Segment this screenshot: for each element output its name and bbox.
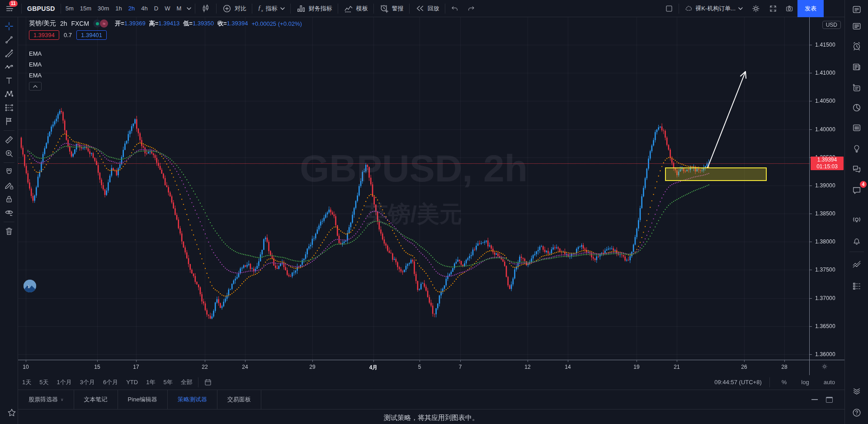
range-5天[interactable]: 5天 [35,378,52,386]
sidebar-details-button[interactable] [849,279,864,293]
fib-tool-button[interactable] [1,47,17,60]
range-6个月[interactable]: 6个月 [99,378,122,386]
tab-文本笔记[interactable]: 文本笔记 [74,390,118,409]
text-tool-button[interactable] [1,74,17,87]
sidebar-private-chat-button[interactable]: 4 [849,183,864,197]
range-5年[interactable]: 5年 [159,378,176,386]
publish-button[interactable]: 发表 [797,0,824,17]
remove-drawings-button[interactable] [1,224,17,238]
timeframe-1h[interactable]: 1h [112,0,125,17]
market-status-toggle[interactable]: ≈ [93,19,108,28]
exchange-label[interactable]: FXCM [71,20,89,27]
axis-settings-icon[interactable] [821,362,829,371]
range-3个月[interactable]: 3个月 [76,378,99,386]
pattern-tool-button[interactable] [1,60,17,74]
timeframe-30m[interactable]: 30m [94,0,112,17]
sidebar-public-chat-button[interactable] [849,162,864,176]
multi-layout-button[interactable] [849,384,864,398]
layout-menu-button[interactable]: 裸K-机构订单... [680,0,747,17]
main-menu-button[interactable]: 11 [0,0,20,17]
undo-button[interactable] [447,0,463,17]
chart-style-button[interactable] [197,0,215,17]
auto-scale-button[interactable]: auto [820,379,839,386]
xabcd-pattern-tool-button[interactable] [1,87,17,101]
server-clock[interactable]: 09:44:57 (UTC+8) [714,379,761,386]
range-全部[interactable]: 全部 [177,378,197,386]
sidebar-notes-button[interactable] [849,81,864,95]
divider [769,377,770,387]
sidebar-streams-button[interactable] [849,213,864,227]
redo-button[interactable] [463,0,479,17]
trend-line-tool-button[interactable] [1,33,17,47]
screenshot-button[interactable] [781,0,797,17]
crosshair-tool-button[interactable] [1,19,17,33]
go-to-date-button[interactable] [200,378,216,386]
sidebar-calendar-button[interactable] [849,120,864,135]
time-axis[interactable]: 1015172224294月57121419212628 [18,360,844,375]
indicators-button[interactable]: ƒx 指标 [254,0,289,17]
forecast-tool-button[interactable] [1,101,17,114]
drawing-mode-lock-button[interactable] [1,179,17,192]
object-tree-toggle-button[interactable] [849,2,864,17]
measure-tool-button[interactable] [1,133,17,147]
flag-tool-button[interactable] [1,114,17,128]
tab-策略测试器[interactable]: 策略测试器 [168,390,217,409]
replay-button[interactable]: 回放 [411,0,443,17]
tab-交易面板[interactable]: 交易面板 [217,390,261,409]
panel-minimize-button[interactable] [811,399,818,400]
compare-button[interactable]: 对比 [218,0,250,17]
price-axis[interactable]: USD 1.415001.410001.405001.400001.395001… [809,17,844,360]
sidebar-ideas-button[interactable] [849,141,864,156]
sidebar-watchlist-button[interactable] [849,19,864,33]
range-1天[interactable]: 1天 [18,378,35,386]
legend-collapse-button[interactable] [29,82,42,91]
alert-button[interactable]: 警报 [375,0,408,17]
study-ema-2[interactable]: EMA [29,59,302,70]
chart-settings-button[interactable] [747,0,765,17]
range-1个月[interactable]: 1个月 [52,378,75,386]
hide-drawings-button[interactable] [1,206,17,219]
sidebar-news-button[interactable] [849,60,864,74]
sidebar-dom-button[interactable] [849,257,864,272]
timeframe-D[interactable]: D [151,0,161,17]
study-ema-3[interactable]: EMA [29,70,302,81]
sidebar-alerts-button[interactable] [849,39,864,53]
financials-button[interactable]: 财务指标 [292,0,336,17]
symbol-name-label[interactable]: 英镑/美元 [29,19,56,28]
interval-label[interactable]: 2h [60,20,67,27]
zoom-in-tool-button[interactable] [1,147,17,160]
timeframe-2h[interactable]: 2h [125,0,138,17]
timeframe-W[interactable]: W [161,0,173,17]
favorites-star-button[interactable] [4,406,19,419]
templates-button[interactable]: 模板 [340,0,372,17]
timeframe-M[interactable]: M [173,0,184,17]
maximize-icon [826,397,833,403]
rectangle-drawing[interactable] [665,167,767,181]
study-ema-1[interactable]: EMA [29,48,302,59]
tab-Pine编辑器[interactable]: Pine编辑器 [118,390,168,409]
currency-badge[interactable]: USD [822,21,841,29]
help-button[interactable] [849,405,864,420]
sidebar-hotlists-button[interactable] [849,100,864,115]
lock-drawings-button[interactable] [1,192,17,206]
fullscreen-button[interactable] [765,0,781,17]
divider [4,162,14,163]
drawing-toolbar [0,17,18,424]
range-YTD[interactable]: YTD [122,379,142,386]
buy-price-button[interactable]: 1.39401 [76,30,107,40]
panel-maximize-button[interactable] [826,397,833,403]
magnet-mode-button[interactable] [1,165,17,179]
sidebar-notifications-button[interactable] [849,233,864,248]
time-tick [568,360,568,362]
sell-price-button[interactable]: 1.39394 [29,30,59,40]
percent-scale-button[interactable]: % [778,379,791,386]
timeframe-15m[interactable]: 15m [77,0,94,17]
range-1年[interactable]: 1年 [142,378,159,386]
save-layout-button[interactable] [661,0,677,17]
symbol-search-button[interactable]: GBPUSD [23,0,59,17]
timeframe-5m[interactable]: 5m [62,0,77,17]
log-scale-button[interactable]: log [797,379,813,386]
tab-股票筛选器[interactable]: 股票筛选器∨ [18,390,74,409]
timeframe-more-button[interactable] [184,0,193,17]
timeframe-4h[interactable]: 4h [138,0,151,17]
